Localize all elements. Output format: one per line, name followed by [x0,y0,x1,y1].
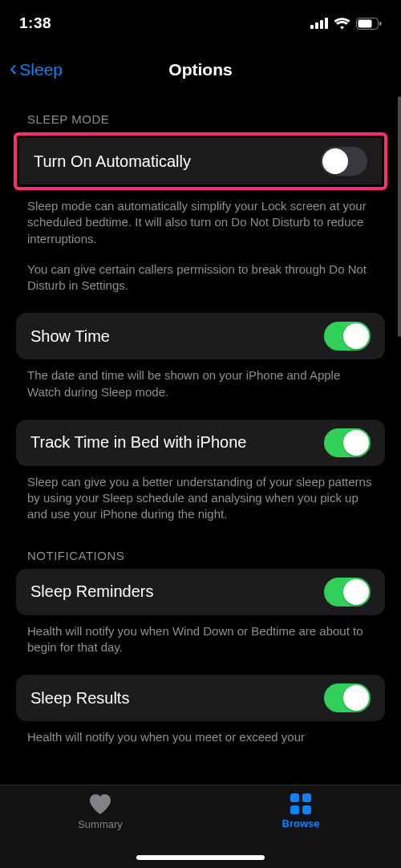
section-header-sleep-mode: SLEEP MODE [27,112,385,126]
svg-rect-2 [320,20,323,29]
svg-rect-1 [315,22,318,29]
back-button[interactable]: ‹ Sleep [0,59,63,81]
toggle-turn-on-automatically[interactable] [321,147,367,176]
chevron-left-icon: ‹ [10,57,17,79]
status-bar: 1:38 [0,0,401,40]
svg-rect-8 [302,793,311,802]
section-header-notifications: NOTIFICATIONS [27,549,385,562]
toggle-sleep-reminders[interactable] [324,578,371,606]
footer-text: The date and time will be shown on your … [27,367,374,400]
row-label: Turn On Automatically [34,152,191,171]
svg-rect-3 [325,18,328,29]
footer-text: Health will notify you when you meet or … [27,729,374,745]
row-turn-on-automatically[interactable]: Turn On Automatically [19,138,382,185]
status-icons [310,18,382,30]
tab-label: Summary [78,818,123,830]
heart-icon [88,793,112,815]
svg-rect-6 [379,22,382,26]
cellular-icon [310,18,328,29]
grid-icon [290,793,311,814]
highlight-box: Turn On Automatically [14,132,387,190]
footer-text: Health will notify you when Wind Down or… [27,623,374,656]
row-sleep-reminders[interactable]: Sleep Reminders [16,569,385,615]
nav-bar: ‹ Sleep Options [0,50,401,90]
back-label: Sleep [19,60,63,79]
svg-rect-7 [290,793,299,802]
footer-text: You can give certain callers permission … [27,262,374,294]
footer-text: Sleep can give you a better understandin… [27,474,374,523]
row-label: Sleep Reminders [30,582,153,601]
row-label: Sleep Results [30,689,129,708]
home-indicator[interactable] [136,855,265,860]
row-label: Show Time [30,327,110,346]
row-sleep-results[interactable]: Sleep Results [16,675,385,721]
svg-rect-0 [310,25,314,29]
svg-rect-5 [358,19,372,27]
content-scroll[interactable]: SLEEP MODE Turn On Automatically Sleep m… [0,96,401,785]
status-time: 1:38 [19,14,51,32]
toggle-track-time-in-bed[interactable] [324,428,371,457]
svg-rect-10 [302,805,311,814]
toggle-sleep-results[interactable] [324,683,371,712]
row-label: Track Time in Bed with iPhone [30,433,246,452]
row-track-time-in-bed[interactable]: Track Time in Bed with iPhone [16,420,385,466]
row-show-time[interactable]: Show Time [16,313,385,359]
battery-icon [356,18,382,30]
wifi-icon [334,18,350,30]
tab-label: Browse [282,817,320,829]
svg-rect-9 [290,805,299,814]
toggle-show-time[interactable] [324,322,371,351]
footer-text: Sleep mode can automatically simplify yo… [27,198,374,247]
